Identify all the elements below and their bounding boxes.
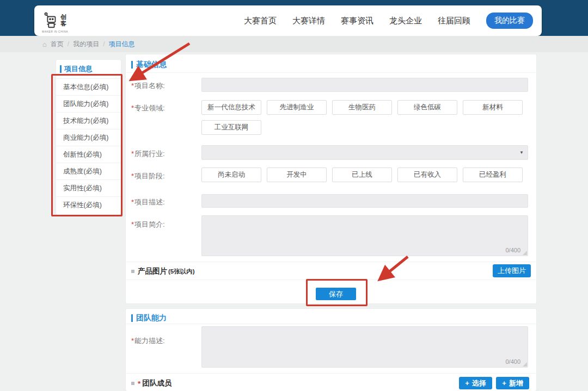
section-title-basic-info: 基础信息 bbox=[131, 60, 167, 70]
breadcrumb-home[interactable]: 首页 bbox=[51, 40, 64, 49]
ability-label: *能力描述: bbox=[131, 336, 165, 346]
stage-option-has-revenue[interactable]: 已有收入 bbox=[397, 167, 457, 182]
square-bullet-icon bbox=[131, 382, 134, 385]
save-button[interactable]: 保存 bbox=[316, 288, 356, 300]
sidebar-item-team-ability[interactable]: 团队能力(必填) bbox=[56, 95, 121, 112]
divider bbox=[126, 72, 536, 73]
project-name-label: *项目名称: bbox=[131, 81, 165, 91]
industry-select[interactable]: ▼ bbox=[201, 145, 528, 160]
select-member-button[interactable]: + 选择 bbox=[459, 377, 492, 389]
robot-logo-icon bbox=[42, 12, 59, 29]
nav-item-news[interactable]: 赛事资讯 bbox=[341, 16, 373, 26]
domain-options: 新一代信息技术 先进制造业 生物医药 绿色低碳 新材料 工业互联网 bbox=[201, 100, 528, 135]
team-members-row: * 团队成员 bbox=[131, 378, 171, 388]
sidebar-item-basic-info[interactable]: 基本信息(必填) bbox=[56, 78, 121, 95]
sidebar: 项目信息 基本信息(必填) 团队能力(必填) 技术能力(必填) 商业能力(必填)… bbox=[56, 60, 121, 215]
domain-option-new-materials[interactable]: 新材料 bbox=[463, 100, 523, 115]
sidebar-menu: 基本信息(必填) 团队能力(必填) 技术能力(必填) 商业能力(必填) 创新性(… bbox=[56, 78, 121, 213]
logo: 创 客 MAKER IN CHINA bbox=[42, 12, 66, 29]
title-bar-decoration bbox=[60, 65, 62, 73]
domain-label: *专业领域: bbox=[131, 103, 165, 113]
sidebar-item-maturity[interactable]: 成熟度(必填) bbox=[56, 163, 121, 179]
ability-textarea[interactable] bbox=[201, 326, 528, 368]
nav-item-past-review[interactable]: 往届回顾 bbox=[438, 16, 470, 26]
domain-option-green-low-carbon[interactable]: 绿色低碳 bbox=[397, 100, 457, 115]
title-bar-decoration bbox=[131, 314, 133, 322]
nav-item-leading-companies[interactable]: 龙头企业 bbox=[389, 16, 422, 26]
nav-item-contest-home[interactable]: 大赛首页 bbox=[244, 16, 277, 26]
divider bbox=[126, 280, 536, 280]
divider bbox=[126, 262, 536, 262]
sidebar-item-tech-ability[interactable]: 技术能力(必填) bbox=[56, 112, 121, 129]
stage-options: 尚未启动 开发中 已上线 已有收入 已经盈利 bbox=[201, 167, 528, 182]
domain-option-advanced-manufacturing[interactable]: 先进制造业 bbox=[267, 100, 327, 115]
logo-subtitle: MAKER IN CHINA bbox=[42, 30, 68, 33]
add-member-button[interactable]: + 新增 bbox=[496, 377, 529, 389]
header: 创 客 MAKER IN CHINA 大赛首页 大赛详情 赛事资讯 龙头企业 往… bbox=[34, 5, 542, 36]
product-images-row: 产品图片 (5张以内) bbox=[131, 266, 195, 276]
intro-textarea[interactable] bbox=[201, 215, 528, 256]
breadcrumb-my-projects[interactable]: 我的项目 bbox=[73, 40, 99, 49]
ability-textarea-wrap: 0/400 bbox=[201, 326, 528, 368]
logo-text: 创 客 bbox=[60, 14, 66, 27]
breadcrumb: ⌂ 首页 / 我的项目 / 项目信息 bbox=[0, 36, 588, 52]
domain-option-next-gen-it[interactable]: 新一代信息技术 bbox=[201, 100, 261, 115]
description-label: *项目描述: bbox=[131, 197, 165, 207]
team-ability-section: 团队能力 *能力描述: 0/400 * 团队成员 + 选择 + 新增 bbox=[126, 309, 536, 391]
main-nav: 大赛首页 大赛详情 赛事资讯 龙头企业 往届回顾 我的比赛 bbox=[244, 13, 533, 29]
page: 创 客 MAKER IN CHINA 大赛首页 大赛详情 赛事资讯 龙头企业 往… bbox=[0, 0, 588, 391]
divider bbox=[126, 373, 536, 374]
stage-option-launched[interactable]: 已上线 bbox=[332, 167, 392, 182]
domain-option-biomedicine[interactable]: 生物医药 bbox=[332, 100, 392, 115]
breadcrumb-separator: / bbox=[103, 40, 105, 48]
divider bbox=[126, 324, 536, 324]
plus-icon: + bbox=[502, 379, 506, 387]
description-input[interactable] bbox=[201, 194, 528, 208]
title-bar-decoration bbox=[131, 61, 133, 69]
section-title-team-ability: 团队能力 bbox=[131, 313, 167, 323]
ability-char-counter: 0/400 bbox=[505, 358, 520, 365]
intro-label: *项目简介: bbox=[131, 220, 165, 229]
upload-images-button[interactable]: 上传图片 bbox=[493, 264, 531, 277]
home-icon: ⌂ bbox=[42, 40, 47, 48]
resize-grip-icon[interactable] bbox=[523, 362, 527, 367]
resize-grip-icon[interactable] bbox=[523, 251, 527, 255]
sidebar-item-environmental[interactable]: 环保性(必填) bbox=[56, 196, 121, 213]
chevron-down-icon: ▼ bbox=[519, 150, 524, 155]
stage-label: *项目阶段: bbox=[131, 171, 165, 181]
breadcrumb-separator: / bbox=[68, 40, 69, 48]
nav-item-contest-detail[interactable]: 大赛详情 bbox=[292, 16, 325, 26]
intro-char-counter: 0/400 bbox=[505, 247, 520, 253]
breadcrumb-current: 项目信息 bbox=[109, 40, 135, 49]
plus-icon: + bbox=[465, 379, 469, 387]
my-contest-button[interactable]: 我的比赛 bbox=[486, 13, 533, 29]
stage-option-in-development[interactable]: 开发中 bbox=[267, 167, 327, 182]
sidebar-item-practicality[interactable]: 实用性(必填) bbox=[56, 179, 121, 196]
domain-option-industrial-internet[interactable]: 工业互联网 bbox=[201, 120, 261, 135]
sidebar-item-innovation[interactable]: 创新性(必填) bbox=[56, 146, 121, 163]
stage-option-profitable[interactable]: 已经盈利 bbox=[463, 167, 523, 182]
sidebar-item-business-ability[interactable]: 商业能力(必填) bbox=[56, 129, 121, 146]
stage-option-not-started[interactable]: 尚未启动 bbox=[201, 167, 261, 182]
intro-textarea-wrap: 0/400 bbox=[201, 215, 528, 256]
industry-label: *所属行业: bbox=[131, 149, 165, 159]
square-bullet-icon bbox=[131, 270, 134, 273]
project-name-input[interactable] bbox=[201, 78, 528, 92]
sidebar-title: 项目信息 bbox=[56, 60, 121, 78]
basic-info-section: 基础信息 *项目名称: *专业领域: 新一代信息技术 先进制造业 生物医药 绿色… bbox=[126, 54, 536, 303]
